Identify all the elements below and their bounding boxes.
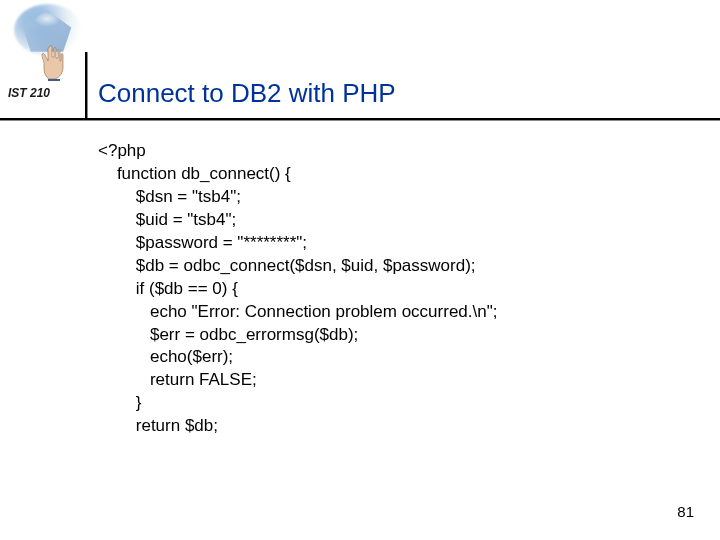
divider-vertical bbox=[85, 52, 87, 118]
code-listing: <?php function db_connect() { $dsn = "ts… bbox=[98, 140, 497, 438]
divider-horizontal bbox=[0, 118, 720, 120]
slide-title: Connect to DB2 with PHP bbox=[98, 78, 396, 115]
course-code-label: IST 210 bbox=[8, 86, 50, 100]
page-number: 81 bbox=[677, 503, 694, 520]
hand-icon bbox=[38, 43, 68, 81]
